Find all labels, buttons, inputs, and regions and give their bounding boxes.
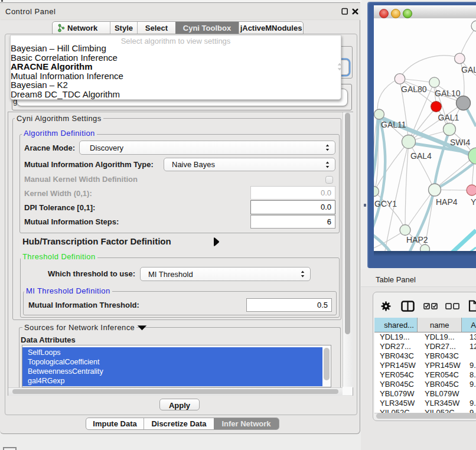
svg-text:GAL11: GAL11 xyxy=(381,120,406,129)
svg-text:GAL4: GAL4 xyxy=(410,151,432,161)
svg-text:HAP4: HAP4 xyxy=(436,197,458,207)
svg-text:HAP2: HAP2 xyxy=(406,235,428,244)
svg-text:GAL1: GAL1 xyxy=(438,113,459,122)
svg-text:GAL10: GAL10 xyxy=(435,89,461,98)
svg-text:GAL80: GAL80 xyxy=(401,84,427,94)
svg-text:SWI4: SWI4 xyxy=(450,138,470,147)
svg-text:GAL7: GAL7 xyxy=(461,65,476,74)
svg-text:GCY1: GCY1 xyxy=(374,199,397,208)
svg-text:Y: Y xyxy=(471,197,476,207)
